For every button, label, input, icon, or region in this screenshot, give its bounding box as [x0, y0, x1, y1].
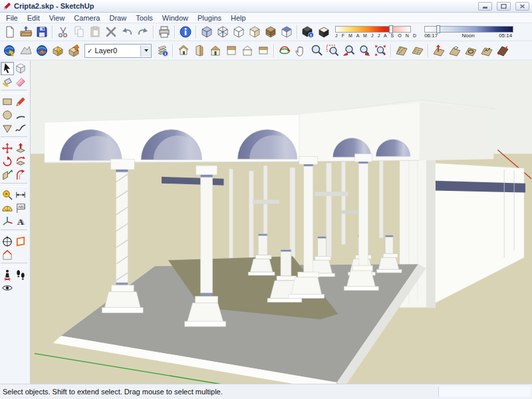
close-button[interactable] — [515, 2, 529, 11]
add-detail-button[interactable] — [479, 43, 495, 59]
view-front-button[interactable] — [207, 43, 223, 59]
scale-tool[interactable] — [1, 168, 14, 182]
solar-north-tool[interactable] — [1, 235, 14, 248]
zoom-next-button[interactable] — [356, 43, 372, 59]
menu-file[interactable]: File — [2, 14, 23, 22]
cut-button[interactable] — [55, 24, 71, 40]
polygon-tool[interactable] — [1, 122, 14, 135]
measurement-box[interactable] — [438, 386, 531, 397]
rotate-tool[interactable] — [1, 155, 14, 168]
monochrome-button[interactable] — [279, 24, 295, 40]
view-back-button[interactable] — [239, 43, 255, 59]
menu-edit[interactable]: Edit — [23, 14, 45, 22]
copy-button[interactable] — [71, 24, 87, 40]
stamp-button[interactable] — [447, 43, 463, 59]
from-contours-button[interactable] — [394, 43, 410, 59]
circle-tool[interactable] — [1, 108, 14, 122]
flip-edge-button[interactable] — [495, 43, 511, 59]
place-model-button[interactable] — [34, 43, 50, 59]
get-models-button[interactable] — [50, 43, 66, 59]
text-tool[interactable]: ABC — [14, 201, 27, 215]
select-tool[interactable] — [1, 62, 14, 75]
rectangle-tool[interactable] — [1, 95, 14, 108]
menu-window[interactable]: Window — [158, 14, 194, 22]
protractor-tool[interactable] — [1, 201, 14, 215]
time-slider-track[interactable] — [424, 26, 513, 33]
maximize-button[interactable] — [497, 2, 511, 11]
erase-button[interactable] — [103, 24, 119, 40]
undo-button[interactable] — [119, 24, 135, 40]
text-flag-icon: ABC — [15, 202, 27, 214]
save-button[interactable] — [34, 24, 50, 40]
shaded-textures-button[interactable] — [263, 24, 279, 40]
shadow-toggle-button[interactable] — [316, 24, 332, 40]
from-scratch-button[interactable] — [410, 43, 426, 59]
layer-dropdown-arrow[interactable] — [140, 45, 151, 57]
new-button[interactable] — [2, 24, 18, 40]
month-slider-thumb[interactable] — [389, 25, 393, 33]
time-slider-thumb[interactable] — [436, 25, 440, 33]
move-tool[interactable] — [1, 142, 14, 155]
tape-measure-tool[interactable] — [1, 188, 14, 201]
redo-button[interactable] — [135, 24, 151, 40]
wireframe-button[interactable] — [215, 24, 231, 40]
axes-tool[interactable] — [1, 215, 14, 228]
line-tool[interactable] — [14, 95, 27, 108]
model-info-button[interactable] — [178, 24, 194, 40]
layer-dropdown[interactable]: ✓ Layer0 — [84, 44, 152, 58]
shaded-button[interactable] — [247, 24, 263, 40]
menu-view[interactable]: View — [45, 14, 70, 22]
dimension-tool[interactable] — [14, 188, 27, 201]
section-cuts-tool[interactable] — [1, 248, 14, 261]
open-button[interactable] — [18, 24, 34, 40]
shadow-month-slider[interactable]: J F M A M J J A S O N D — [335, 26, 418, 39]
orbit-button[interactable] — [277, 43, 293, 59]
freehand-tool[interactable] — [14, 122, 27, 135]
paste-button[interactable] — [87, 24, 103, 40]
walk-tool[interactable] — [14, 268, 27, 281]
smoove-button[interactable] — [431, 43, 447, 59]
paint-bucket-tool[interactable] — [1, 75, 14, 88]
pan-button[interactable] — [293, 43, 309, 59]
3d-text-tool[interactable]: AA — [14, 215, 27, 228]
viewport-3d[interactable] — [31, 61, 532, 384]
view-right-button[interactable] — [255, 43, 271, 59]
get-current-view-button[interactable] — [2, 43, 18, 59]
position-camera-tool[interactable] — [1, 268, 14, 281]
eye-icon — [1, 282, 13, 294]
shadow-settings-button[interactable] — [300, 24, 316, 40]
menu-draw[interactable]: Draw — [105, 14, 132, 22]
view-iso-button[interactable] — [176, 43, 192, 59]
minimize-button[interactable] — [478, 2, 492, 11]
toggle-terrain-button[interactable] — [18, 43, 34, 59]
eraser-tool[interactable] — [14, 75, 27, 88]
menu-camera[interactable]: Camera — [70, 14, 105, 22]
view-left-button[interactable] — [192, 43, 207, 59]
drape-button[interactable] — [463, 43, 479, 59]
share-models-button[interactable] — [66, 43, 82, 59]
menu-plugins[interactable]: Plugins — [194, 14, 227, 22]
month-slider-track[interactable] — [335, 26, 411, 33]
follow-me-tool[interactable] — [14, 155, 27, 168]
view-top-button[interactable] — [223, 43, 239, 59]
zoom-window-button[interactable] — [325, 43, 340, 59]
zoom-extents-button[interactable] — [372, 43, 388, 59]
zoom-button[interactable] — [309, 43, 325, 59]
arc-tool[interactable] — [14, 108, 27, 122]
menu-help[interactable]: Help — [227, 14, 251, 22]
xray-button[interactable] — [199, 24, 215, 40]
menu-tools[interactable]: Tools — [132, 14, 158, 22]
offset-tool[interactable] — [14, 168, 27, 182]
zoom-previous-button[interactable] — [340, 43, 356, 59]
layer-manager-button[interactable] — [154, 43, 170, 59]
hidden-line-button[interactable] — [231, 24, 247, 40]
look-around-tool[interactable] — [1, 281, 14, 295]
push-pull-tool[interactable] — [14, 142, 27, 155]
print-button[interactable] — [156, 24, 172, 40]
shadow-toggle-icon — [317, 25, 331, 39]
shadow-time-slider[interactable]: 06:17 Noon 05:14 — [424, 26, 513, 39]
maximize-icon — [501, 4, 507, 9]
make-component-tool[interactable] — [14, 62, 27, 75]
arc-icon — [15, 109, 27, 121]
section-plane-tool[interactable] — [14, 235, 27, 248]
